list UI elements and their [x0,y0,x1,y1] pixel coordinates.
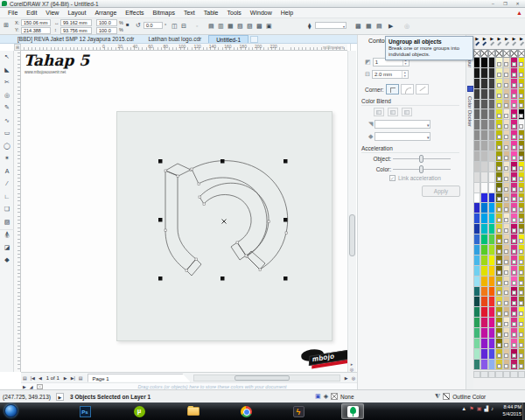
network-signal-icon[interactable]: ▟ [484,405,488,411]
color-swatch[interactable] [488,328,495,339]
intersect-icon[interactable]: ▧ [237,22,243,30]
color-swatch[interactable] [510,58,517,68]
combine-icon[interactable]: ▤ [208,22,214,30]
color-swatch[interactable] [510,276,517,287]
color-swatch[interactable] [518,266,525,276]
volume-icon[interactable]: ♪ [491,406,494,411]
menu-item-file[interactable]: File [4,10,22,16]
color-swatch[interactable] [488,349,495,360]
color-swatch[interactable] [510,172,517,183]
color-swatch[interactable] [503,328,510,339]
color-swatch[interactable] [503,276,510,287]
no-color-swatch[interactable] [510,49,517,58]
color-swatch[interactable] [488,162,495,172]
color-swatch[interactable] [495,256,502,266]
color-swatch[interactable] [473,224,480,234]
add-page-button[interactable]: ▤ [21,375,29,381]
color-swatch[interactable] [503,100,510,110]
menu-item-table[interactable]: Table [200,10,223,16]
color-swatch[interactable] [488,297,495,307]
color-swatch[interactable] [488,256,495,266]
color-docker-tab[interactable]: Color Docker [467,96,472,127]
color-swatch[interactable] [503,214,510,224]
color-swatch[interactable] [518,79,525,89]
color-swatch[interactable] [495,162,502,172]
no-color-swatch[interactable] [503,49,510,58]
color-swatch[interactable] [473,193,480,204]
color-swatch[interactable] [488,183,495,193]
color-swatch[interactable] [488,109,495,120]
color-swatch[interactable] [480,100,487,110]
color-swatch[interactable] [473,307,480,318]
color-swatch[interactable] [518,339,525,349]
color-swatch[interactable] [510,162,517,172]
fill-color-dropdown[interactable]: ▾ [374,132,430,141]
color-swatch[interactable] [488,151,495,162]
palette-scroll-down-button[interactable] [510,371,517,378]
color-swatch[interactable] [495,318,502,328]
color-swatch[interactable] [503,193,510,204]
ruler-origin-button[interactable]: ⊞ [14,44,21,51]
color-swatch[interactable] [518,318,525,328]
outline-color-dropdown[interactable]: ▾ [374,120,430,129]
color-swatch[interactable] [495,287,502,298]
color-swatch[interactable] [480,256,487,266]
palette-scroll-down-button[interactable] [480,371,487,378]
palette-scroll-up-icon[interactable]: ▶ [518,35,525,42]
color-swatch[interactable] [503,130,510,141]
outline-color-swatch[interactable] [443,393,450,400]
link-acceleration-checkbox[interactable]: ✓ [389,175,396,181]
color-swatch[interactable] [488,141,495,151]
linear-blend-button[interactable] [374,108,384,116]
first-page-button[interactable]: |◀ [29,375,37,381]
color-swatch[interactable] [480,328,487,339]
color-swatch[interactable] [473,328,480,339]
color-swatch[interactable] [480,360,487,370]
color-swatch[interactable] [480,266,487,276]
last-page-button[interactable]: ▶| [69,375,77,381]
tray-expand-icon[interactable]: ▲ [461,406,466,411]
color-swatch[interactable] [503,307,510,318]
doc-palette-eyedropper-icon[interactable]: ◢ [28,384,35,389]
color-swatch[interactable] [473,256,480,266]
add-tools-button[interactable]: ⊕ [0,229,14,242]
slider-knob[interactable] [419,165,424,173]
color-swatch[interactable] [503,120,510,130]
color-swatch[interactable] [518,162,525,172]
color-swatch[interactable] [480,307,487,318]
color-swatch[interactable] [480,234,487,245]
color-swatch[interactable] [518,328,525,339]
color-swatch[interactable] [503,360,510,370]
color-swatch[interactable] [503,172,510,183]
counterclockwise-blend-button[interactable] [402,108,412,116]
color-swatch[interactable] [495,214,502,224]
menu-item-bitmaps[interactable]: Bitmaps [149,10,179,16]
palette-scroll-down-button[interactable] [488,371,495,378]
vertical-scrollbar[interactable] [347,51,356,372]
color-swatch[interactable] [495,100,502,110]
color-swatch[interactable] [518,58,525,68]
color-swatch[interactable] [510,79,517,89]
spinner-buttons[interactable]: ▴▾ [402,71,408,78]
color-swatch[interactable] [518,68,525,79]
front-minus-back-icon[interactable]: ▩ [256,22,262,30]
color-swatch[interactable] [518,307,525,318]
palette-scroll-up-icon[interactable]: ▶ [503,35,510,42]
color-swatch[interactable] [503,109,510,120]
no-color-swatch[interactable] [518,49,525,58]
minimize-button[interactable]: – [487,1,499,7]
y-position-field[interactable]: 214.388 mm [21,27,51,34]
color-swatch[interactable] [488,339,495,349]
color-swatch[interactable] [503,151,510,162]
color-swatch[interactable] [495,141,502,151]
color-swatch[interactable] [480,162,487,172]
color-swatch[interactable] [495,245,502,256]
menu-item-arrange[interactable]: Arrange [90,10,121,16]
color-swatch[interactable] [488,224,495,234]
antivirus-tray-icon[interactable]: ▣ [477,405,482,411]
object-acceleration-slider[interactable] [393,155,451,163]
color-swatch[interactable] [495,109,502,120]
palette-eyedropper-icon[interactable] [518,42,525,49]
color-swatch[interactable] [480,141,487,151]
color-swatch[interactable] [495,360,502,370]
